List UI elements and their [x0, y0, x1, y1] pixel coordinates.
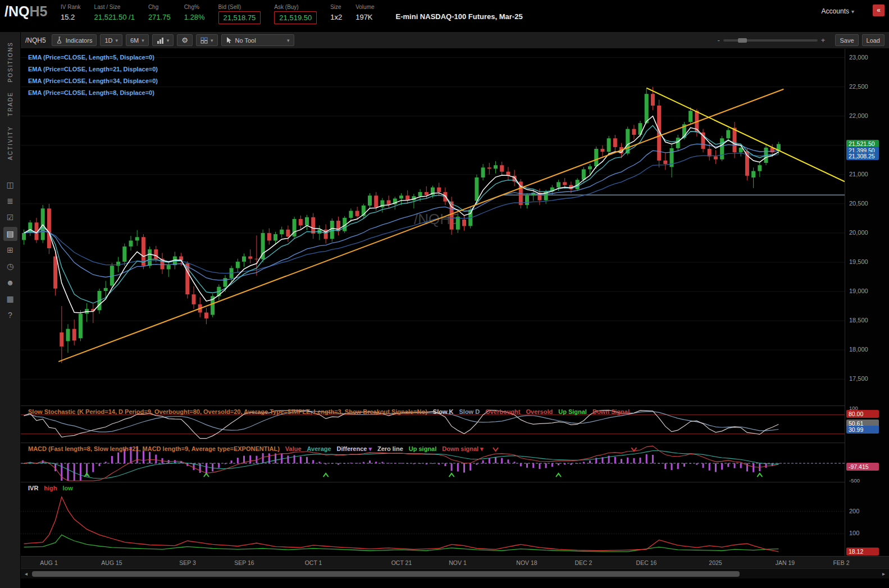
ema-legend-line[interactable]: EMA (Price=CLOSE, Length=21, Displace=0): [28, 63, 158, 75]
ivr-legend-title[interactable]: IVR: [28, 485, 38, 491]
time-axis-label: SEP 3: [171, 559, 204, 566]
ivr-axis-label: 100: [849, 530, 859, 536]
macd-legend-marker-icon: ▾: [480, 445, 484, 452]
time-axis-label: JAN 19: [768, 559, 802, 566]
ivr-chart[interactable]: [21, 482, 845, 556]
chart-region: /NQH5 EMA (Price=CLOSE, Length=5, Displa…: [21, 49, 889, 578]
stoch-bubble: 80.00: [846, 410, 879, 418]
price-bubble: 21,308.25: [846, 152, 879, 160]
people-icon[interactable]: ☻: [3, 276, 17, 290]
time-axis-label: NOV 18: [510, 559, 544, 566]
price-axis-label: 19,500: [849, 258, 868, 265]
scroll-right-button[interactable]: ▸: [879, 570, 888, 578]
load-button[interactable]: Load: [862, 34, 885, 46]
stat-size: Size 1x2: [330, 3, 342, 22]
time-axis-label: DEC 16: [630, 559, 663, 566]
monitor-icon[interactable]: ◫: [3, 178, 17, 192]
ivr-legend-key: high: [44, 485, 57, 491]
stoch-bubble: 30.99: [846, 426, 879, 434]
chart-symbol-label: /NQH5: [25, 37, 46, 44]
price-axis-label: 18,500: [849, 317, 868, 323]
macd-legend-key: Down signal: [442, 445, 478, 452]
chevron-down-icon: ▾: [287, 38, 290, 43]
indicators-icon: [56, 37, 63, 44]
macd-legend-key: Value: [285, 445, 302, 452]
price-axis-label: 19,000: [849, 288, 868, 294]
ivr-bubble: 18.12: [846, 548, 879, 555]
time-axis-label: DEC 2: [567, 559, 600, 566]
accounts-label: Accounts: [822, 7, 849, 15]
bar-chart-icon: [157, 37, 164, 44]
price-axis-label: 21,000: [849, 171, 868, 177]
price-axis-label: 20,500: [849, 200, 868, 207]
clock-icon[interactable]: ◷: [3, 259, 17, 274]
zoom-in-button[interactable]: +: [818, 36, 829, 44]
stoch-legend-key: Slow D: [459, 408, 480, 415]
ema-legend-line[interactable]: EMA (Price=CLOSE, Length=8, Displace=0): [28, 87, 158, 99]
instrument-description: E-mini NASDAQ-100 Futures, Mar-25: [396, 3, 523, 21]
chart-toolbar: /NQH5 Indicators 1D▾ 6M▾ ▾ ⚙ ▾: [21, 32, 889, 49]
stoch-legend-key: Oversold: [526, 408, 553, 415]
stat-bid-sell-[interactable]: Bid (Sell) 21,518.75: [218, 3, 261, 24]
save-button[interactable]: Save: [835, 34, 858, 46]
drawing-tool-dropdown[interactable]: No Tool▾: [221, 34, 294, 46]
chevron-down-icon: ▾: [167, 38, 170, 43]
scrollbar-thumb[interactable]: [32, 571, 740, 577]
tasks-icon[interactable]: ☑: [3, 211, 17, 225]
ema-legend-line[interactable]: EMA (Price=CLOSE, Length=5, Displace=0): [28, 52, 158, 63]
macd-legend-key: Up signal: [409, 445, 437, 452]
price-chart[interactable]: /NQH5: [21, 49, 845, 405]
stoch-legend-key: Up Signal: [558, 408, 587, 415]
stat-chg: Chg 271.75: [148, 3, 171, 22]
sidebar-tab-positions[interactable]: POSITIONS: [7, 42, 13, 82]
stoch-legend-title[interactable]: Slow Stochastic (K Period=14, D Period=9…: [28, 408, 427, 415]
stat-volume: Volume 197K: [355, 3, 374, 22]
time-axis-label: NOV 1: [441, 559, 475, 566]
zoom-slider[interactable]: [723, 39, 818, 42]
symbol: /NQ: [4, 3, 29, 19]
time-axis-label: 2025: [699, 559, 732, 566]
macd-bubble: -97.415: [846, 463, 879, 471]
time-axis-label: OCT 21: [385, 559, 418, 566]
grid-icon[interactable]: ⊞: [3, 243, 17, 257]
chart-icon[interactable]: ▤: [3, 227, 17, 241]
zoom-slider-thumb[interactable]: [738, 38, 747, 43]
symbol-block: /NQH5: [4, 3, 61, 20]
left-sidebar: POSITIONSTRADEACTIVITY ◫≣☑▤⊞◷☻▦?: [0, 32, 21, 588]
macd-legend: MACD (Fast length=8, Slow length=21, MAC…: [28, 445, 484, 453]
macd-axis-label: -500: [849, 477, 860, 484]
chart-settings-button[interactable]: ⚙: [177, 34, 193, 46]
gear-icon: ⚙: [181, 36, 188, 44]
macd-legend-marker-icon: ▾: [368, 445, 372, 452]
ema-legend-line[interactable]: EMA (Price=CLOSE, Length=34, Displace=0): [28, 75, 158, 87]
price-axis[interactable]: 23,00022,50022,00021,50021,00020,50020,0…: [845, 49, 889, 556]
price-axis-label: 22,000: [849, 112, 868, 119]
calendar-icon[interactable]: ▦: [3, 292, 17, 306]
sidebar-tab-activity[interactable]: ACTIVITY: [7, 126, 13, 160]
range-dropdown[interactable]: 6M▾: [126, 34, 149, 46]
time-axis-label: OCT 1: [297, 559, 330, 566]
list-icon[interactable]: ≣: [3, 194, 17, 208]
stat-ask-buy-[interactable]: Ask (Buy) 21,519.50: [274, 3, 317, 24]
price-axis-label: 22,500: [849, 83, 868, 90]
zoom-out-button[interactable]: -: [714, 36, 723, 44]
indicators-button[interactable]: Indicators: [52, 34, 97, 46]
time-axis: AUG 1AUG 15SEP 3SEP 16OCT 1OCT 21NOV 1NO…: [21, 556, 889, 568]
timeframe-dropdown[interactable]: 1D▾: [100, 34, 122, 46]
stochastic-legend: Slow Stochastic (K Period=14, D Period=9…: [28, 408, 630, 415]
accounts-dropdown[interactable]: Accounts▾: [822, 7, 854, 15]
scroll-left-button[interactable]: ◂: [22, 570, 30, 578]
help-icon[interactable]: ?: [3, 308, 17, 322]
collapse-icon[interactable]: «: [873, 4, 885, 16]
pattern-tool-dropdown[interactable]: ▾: [196, 34, 218, 46]
time-axis-label: AUG 15: [95, 559, 129, 566]
macd-legend-key: Average: [307, 445, 331, 452]
macd-legend-title[interactable]: MACD (Fast length=8, Slow length=21, MAC…: [28, 445, 280, 452]
chart-type-dropdown[interactable]: ▾: [152, 34, 174, 46]
macd-legend-key: Zero line: [377, 445, 403, 452]
time-axis-label: AUG 1: [32, 559, 66, 566]
sidebar-tab-trade[interactable]: TRADE: [7, 92, 13, 116]
stoch-legend-key: Down Signal: [592, 408, 630, 415]
price-axis-label: 18,000: [849, 346, 868, 353]
pattern-grid-icon: [200, 37, 208, 44]
